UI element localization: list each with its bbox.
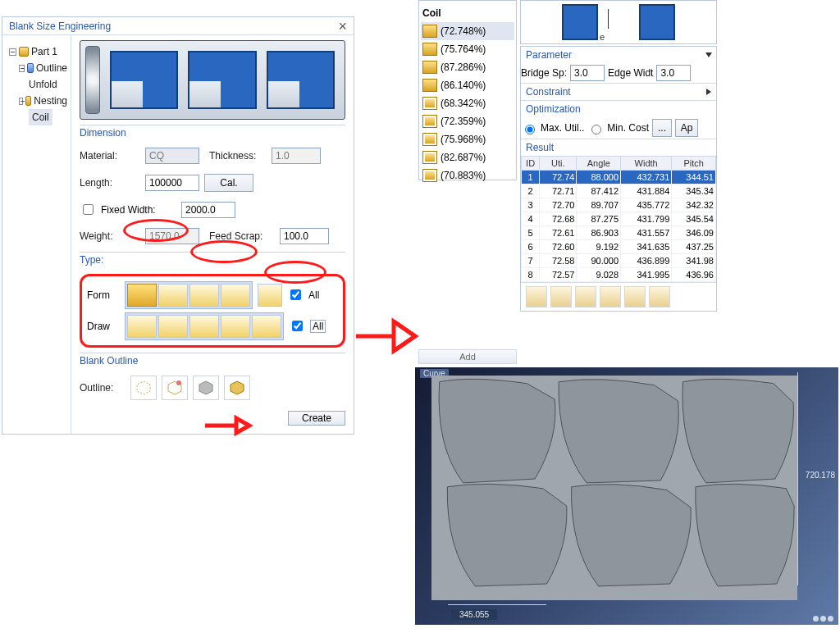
- section-outline: Blank Outline: [80, 353, 345, 368]
- coil-tree-item[interactable]: (86.140%): [421, 76, 514, 94]
- tool-mesh-icon[interactable]: [575, 286, 596, 307]
- cal-button[interactable]: Cal.: [204, 174, 253, 192]
- tree-item-outline[interactable]: Outline: [19, 60, 67, 76]
- min-cost-radio[interactable]: [591, 125, 601, 134]
- cell: 9.192: [577, 240, 621, 254]
- draw-type-4-icon[interactable]: [221, 315, 250, 338]
- table-row[interactable]: 472.6887.275431.799345.54: [522, 212, 716, 226]
- chevron-down-icon: [705, 52, 712, 57]
- outline-hex-gold-icon[interactable]: [224, 376, 250, 400]
- col-id[interactable]: ID: [522, 157, 540, 171]
- table-row[interactable]: 672.609.192341.635437.25: [522, 240, 716, 254]
- tree-item-coil[interactable]: Coil: [29, 109, 67, 125]
- table-row[interactable]: 272.7187.412431.884345.34: [522, 184, 716, 198]
- outline-hex-solid-icon[interactable]: [193, 376, 219, 400]
- tool-ab-icon[interactable]: [600, 286, 621, 307]
- thickness-label: Thickness:: [209, 150, 267, 162]
- cell: 436.899: [621, 254, 672, 268]
- cell: 345.34: [672, 184, 716, 198]
- coil-tree-item[interactable]: (68.342%): [421, 94, 514, 112]
- coil-pct-label: (68.342%): [441, 94, 486, 112]
- cell: 6: [522, 240, 540, 254]
- table-row[interactable]: 572.6186.903431.557346.09: [522, 226, 716, 240]
- coil-tree-item[interactable]: (82.687%): [421, 148, 514, 166]
- form-type-1-icon[interactable]: [127, 284, 157, 307]
- form-type-4-icon[interactable]: [221, 284, 250, 307]
- more-button[interactable]: ...: [652, 119, 672, 137]
- tool-5-icon[interactable]: [624, 286, 646, 307]
- draw-type-2-icon[interactable]: [158, 315, 188, 338]
- viewport-logo-icon: [813, 616, 833, 622]
- coil-tree-root[interactable]: Coil: [421, 4, 514, 22]
- blank-size-window: Blank Size Engineering × Part 1 Outline …: [2, 16, 354, 435]
- weight-field[interactable]: [145, 228, 199, 244]
- result-table[interactable]: ID Uti. Angle Width Pitch 172.7488.00043…: [521, 156, 716, 282]
- section-dimension: Dimension: [80, 125, 345, 140]
- material-field[interactable]: [145, 148, 199, 164]
- bridge-field[interactable]: [570, 65, 605, 81]
- coil-tree-item[interactable]: (87.286%): [421, 58, 514, 76]
- apply-button[interactable]: Ap: [675, 119, 698, 137]
- col-uti[interactable]: Uti.: [540, 157, 577, 171]
- draw-type-1-icon[interactable]: [127, 315, 157, 338]
- cell: 72.71: [540, 184, 577, 198]
- tool-report-icon[interactable]: [550, 286, 572, 307]
- coil-tree-item[interactable]: (75.764%): [421, 40, 514, 58]
- add-button[interactable]: Add: [418, 349, 517, 364]
- length-field[interactable]: [145, 175, 199, 191]
- tree-item-unfold[interactable]: Unfold: [29, 76, 67, 93]
- col-angle[interactable]: Angle: [577, 157, 621, 171]
- fixed-width-checkbox[interactable]: [83, 204, 94, 215]
- constraint-header[interactable]: Constraint: [521, 84, 716, 100]
- form-type-end-icon[interactable]: [258, 284, 282, 307]
- tree-item-part[interactable]: Part 1: [9, 43, 67, 60]
- coil-tree-item[interactable]: (72.359%): [421, 112, 514, 130]
- viewport-canvas[interactable]: [431, 376, 797, 600]
- form-label: Form: [87, 289, 120, 301]
- cell: 72.74: [540, 171, 577, 184]
- table-row[interactable]: 372.7089.707435.772342.32: [522, 198, 716, 212]
- max-util-radio[interactable]: [525, 125, 535, 134]
- type-highlight: Form All Draw: [80, 274, 345, 348]
- fixed-width-field[interactable]: [181, 202, 235, 218]
- draw-type-3-icon[interactable]: [189, 315, 219, 338]
- feedscrap-field[interactable]: [280, 228, 329, 244]
- draw-type-5-icon[interactable]: [252, 315, 281, 338]
- tree-label: Coil: [29, 109, 52, 125]
- draw-all-label: All: [310, 320, 326, 333]
- parameter-header[interactable]: Parameter: [521, 47, 716, 63]
- tree-item-nesting[interactable]: Nesting: [19, 93, 67, 109]
- coil-pct-label: (75.764%): [441, 40, 486, 58]
- edge-label: Edge Widt: [608, 67, 653, 79]
- close-icon[interactable]: ×: [338, 17, 347, 35]
- table-row[interactable]: 172.7488.000432.731344.51: [522, 171, 716, 184]
- draw-all-checkbox[interactable]: [292, 321, 303, 331]
- cell: 72.57: [540, 268, 577, 282]
- table-row[interactable]: 872.579.028341.995436.96: [522, 268, 716, 282]
- part-icon: [562, 4, 598, 40]
- create-button[interactable]: Create: [288, 411, 345, 426]
- tool-nest-icon[interactable]: [649, 286, 670, 307]
- form-type-3-icon[interactable]: [189, 284, 219, 307]
- thickness-field[interactable]: [272, 148, 321, 164]
- coil-tree-item[interactable]: (72.748%): [421, 22, 514, 40]
- col-pitch[interactable]: Pitch: [672, 157, 716, 171]
- outline-hex-dashed-icon[interactable]: [130, 376, 157, 400]
- coil-tree-item[interactable]: (70.883%): [421, 166, 514, 184]
- coil-pct-label: (82.687%): [441, 148, 486, 166]
- coil-label: Coil: [422, 4, 441, 22]
- tool-1-icon[interactable]: [526, 286, 547, 307]
- coil-tree-item[interactable]: (75.968%): [421, 130, 514, 148]
- coil-type-icon: [422, 43, 437, 56]
- edge-field[interactable]: [656, 65, 691, 81]
- outline-hex-circle-icon[interactable]: [162, 376, 188, 400]
- cell: 342.32: [672, 198, 716, 212]
- coil-preview: [80, 40, 345, 120]
- form-all-checkbox[interactable]: [290, 289, 301, 300]
- form-type-2-icon[interactable]: [158, 284, 188, 307]
- col-width[interactable]: Width: [621, 157, 672, 171]
- viewport-3d[interactable]: Curve 720.178 345.055: [415, 367, 838, 625]
- cell: 431.799: [621, 212, 672, 226]
- coil-type-icon: [422, 169, 437, 182]
- table-row[interactable]: 772.5890.000436.899341.98: [522, 254, 716, 268]
